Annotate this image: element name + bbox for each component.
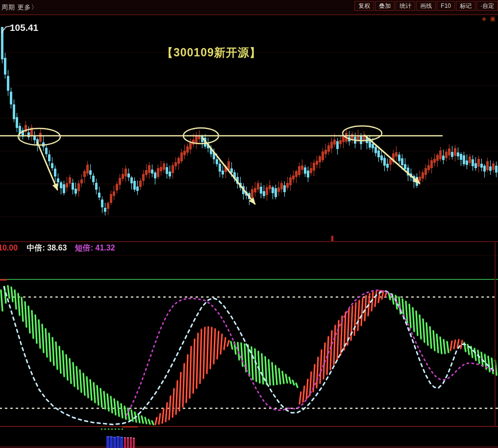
indicator-value-mid: 中倍: 38.63 [27,244,67,252]
trading-app-window: 周期 更多〉 复权 叠加 统计 画线 F10 标记 ·自定 ◈ ▣ 105.41… [0,0,498,448]
draw-line-button[interactable]: 画线 [416,1,436,11]
f10-button[interactable]: F10 [437,1,455,11]
chart-canvas[interactable] [0,0,498,448]
stock-watermark-title: 【300109新开源】 [162,45,261,60]
custom-button[interactable]: ·自定 [476,1,498,11]
price-label: 105.41 [10,23,38,33]
statistics-button[interactable]: 统计 [396,1,415,11]
corner-icon-group: ◈ ▣ [482,15,497,22]
mark-button[interactable]: 标记 [456,1,475,11]
indicator-value-long: 10.00 [0,244,18,252]
toolbar-button-group: 复权 叠加 统计 画线 F10 标记 ·自定 [354,1,498,11]
window-icon[interactable]: ▣ [490,15,497,22]
indicator-value-short: 短倍: 41.32 [75,244,115,252]
diamond-icon[interactable]: ◈ [482,15,487,22]
top-toolbar: 周期 更多〉 复权 叠加 统计 画线 F10 标记 ·自定 [0,0,498,15]
overlay-button[interactable]: 叠加 [375,1,395,11]
period-menu[interactable]: 周期 更多〉 [0,3,38,12]
restore-rights-button[interactable]: 复权 [354,1,374,11]
indicator-value-row: 10.00 中倍: 38.63 短倍: 41.32 [0,243,115,253]
